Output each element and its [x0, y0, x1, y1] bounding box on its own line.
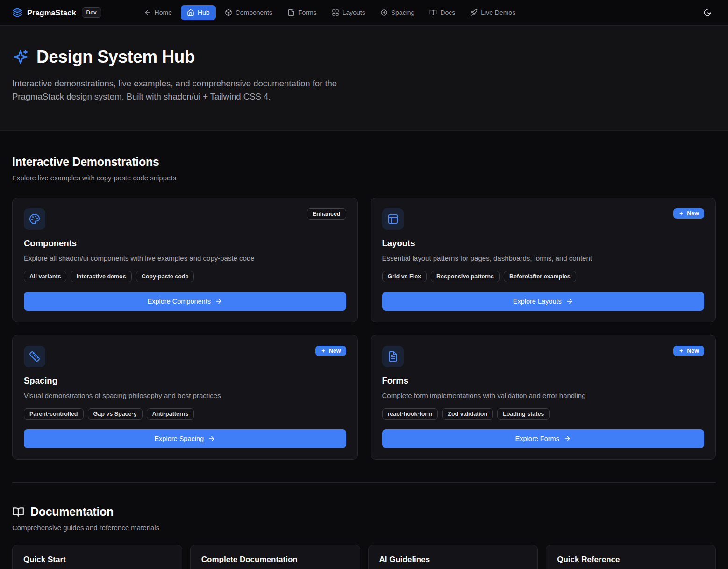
explore-components-button[interactable]: Explore Components [24, 292, 346, 311]
nav-item-label: Home [155, 9, 172, 16]
doc-card-title: Quick Reference [557, 555, 705, 564]
card-title: Forms [382, 376, 705, 386]
file-text-icon [382, 346, 404, 367]
enhanced-badge: Enhanced [307, 208, 346, 220]
page-title: Design System Hub [36, 47, 195, 67]
explore-spacing-button[interactable]: Explore Spacing [24, 429, 346, 448]
card-tag: All variants [24, 271, 66, 282]
new-badge: New [673, 346, 704, 356]
card-description: Complete form implementations with valid… [382, 391, 705, 400]
doc-card-title: Complete Documentation [201, 555, 349, 564]
sparkles-icon [12, 49, 29, 65]
explore-forms-button[interactable]: Explore Forms [382, 429, 705, 448]
dev-badge: Dev [82, 7, 101, 18]
ai-guidelines-card[interactable]: AI Guidelines Rules for AI code generati… [368, 545, 538, 569]
button-label: Explore Spacing [154, 435, 204, 442]
main-nav: Home Hub Components Forms Layouts [138, 5, 522, 20]
book-icon [429, 9, 437, 16]
moon-icon [703, 8, 712, 17]
button-label: Explore Components [148, 298, 211, 305]
nav-item-live-demos[interactable]: Live Demos [464, 5, 521, 20]
sparkle-icon [678, 348, 684, 354]
badge-label: New [687, 210, 699, 217]
quick-start-card[interactable]: Quick Start 5-minute crash course [12, 545, 182, 569]
card-description: Visual demonstrations of spacing philoso… [24, 391, 346, 400]
brand-name: PragmaStack [27, 8, 76, 17]
palette-icon [24, 208, 45, 230]
ruler-icon [24, 346, 45, 367]
layouts-card: New Layouts Essential layout patterns fo… [371, 198, 716, 322]
card-tag: Grid vs Flex [382, 271, 427, 282]
card-tag: Anti-patterns [147, 408, 194, 420]
section-subtitle: Explore live examples with copy-paste co… [12, 174, 716, 182]
section-divider [12, 482, 716, 483]
layout-icon [382, 208, 404, 230]
card-tag: Zod validation [442, 408, 493, 420]
button-label: Explore Layouts [513, 298, 562, 305]
page-description: Interactive demonstrations, live example… [12, 77, 372, 103]
card-description: Essential layout patterns for pages, das… [382, 253, 705, 263]
arrow-right-icon [215, 298, 222, 305]
theme-toggle-button[interactable] [699, 4, 716, 21]
components-card: Enhanced Components Explore all shadcn/u… [12, 198, 358, 322]
nav-item-label: Live Demos [481, 9, 515, 16]
arrow-left-icon [144, 9, 151, 16]
forms-card: New Forms Complete form implementations … [371, 335, 716, 460]
card-tag: Responsive patterns [431, 271, 500, 282]
tag-row: All variants Interactive demos Copy-past… [24, 271, 346, 282]
button-label: Explore Forms [515, 435, 559, 442]
nav-item-hub[interactable]: Hub [181, 5, 216, 20]
main-content: Interactive Demonstrations Explore live … [0, 131, 728, 569]
complete-documentation-card[interactable]: Complete Documentation Full design syste… [190, 545, 360, 569]
doc-card-title: AI Guidelines [379, 555, 527, 564]
interactive-demonstrations-section: Interactive Demonstrations Explore live … [12, 155, 716, 460]
nav-item-components[interactable]: Components [219, 5, 278, 20]
nav-item-layouts[interactable]: Layouts [326, 5, 371, 20]
nav-item-label: Spacing [391, 9, 415, 16]
card-title: Spacing [24, 376, 346, 386]
new-badge: New [673, 208, 704, 219]
card-title: Layouts [382, 238, 705, 249]
nav-item-spacing[interactable]: Spacing [374, 5, 421, 20]
layers-logo-icon [12, 7, 22, 18]
spacing-icon [380, 9, 388, 16]
arrow-right-icon [564, 435, 571, 442]
explore-layouts-button[interactable]: Explore Layouts [382, 292, 705, 311]
nav-item-label: Docs [440, 9, 455, 16]
docs-card-grid: Quick Start 5-minute crash course Comple… [12, 545, 716, 569]
new-badge: New [315, 346, 346, 356]
nav-item-label: Hub [198, 9, 210, 16]
badge-label: New [687, 348, 699, 354]
spacing-card: New Spacing Visual demonstrations of spa… [12, 335, 358, 460]
nav-item-docs[interactable]: Docs [423, 5, 461, 20]
doc-card-title: Quick Start [23, 555, 171, 564]
tag-row: Grid vs Flex Responsive patterns Before/… [382, 271, 705, 282]
hero-section: Design System Hub Interactive demonstrat… [0, 26, 728, 131]
card-description: Explore all shadcn/ui components with li… [24, 253, 346, 263]
card-tag: Parent-controlled [24, 408, 84, 420]
arrow-right-icon [566, 298, 573, 305]
book-open-icon [12, 506, 24, 518]
sparkle-icon [321, 348, 326, 354]
quick-reference-card[interactable]: Quick Reference Cheat sheet for lookups [546, 545, 716, 569]
section-title: Interactive Demonstrations [12, 155, 716, 169]
navbar: PragmaStack Dev Home Hub Components Fo [0, 0, 728, 26]
nav-item-label: Layouts [343, 9, 365, 16]
file-icon [287, 9, 295, 16]
brand[interactable]: PragmaStack Dev [12, 7, 101, 18]
rocket-icon [470, 9, 478, 16]
grid-icon [332, 9, 339, 16]
tag-row: Parent-controlled Gap vs Space-y Anti-pa… [24, 408, 346, 420]
section-subtitle: Comprehensive guides and reference mater… [12, 524, 716, 532]
card-title: Components [24, 238, 346, 249]
nav-item-home[interactable]: Home [138, 5, 178, 20]
tag-row: react-hook-form Zod validation Loading s… [382, 408, 705, 420]
nav-item-label: Components [236, 9, 272, 16]
nav-item-label: Forms [298, 9, 317, 16]
nav-item-forms[interactable]: Forms [281, 5, 323, 20]
card-tag: Interactive demos [71, 271, 131, 282]
badge-label: New [329, 348, 341, 354]
demo-card-grid: Enhanced Components Explore all shadcn/u… [12, 198, 716, 460]
card-tag: Gap vs Space-y [88, 408, 143, 420]
card-tag: react-hook-form [382, 408, 438, 420]
